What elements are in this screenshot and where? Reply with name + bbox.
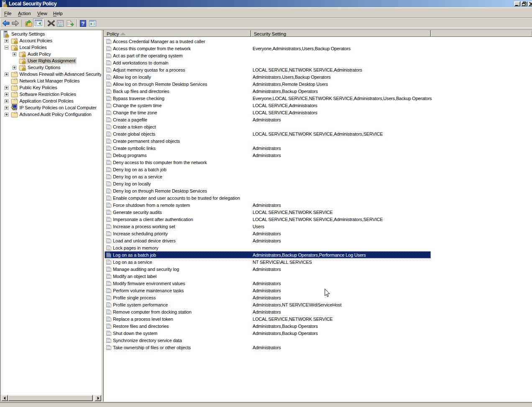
svg-text:?: ? [82, 21, 84, 27]
